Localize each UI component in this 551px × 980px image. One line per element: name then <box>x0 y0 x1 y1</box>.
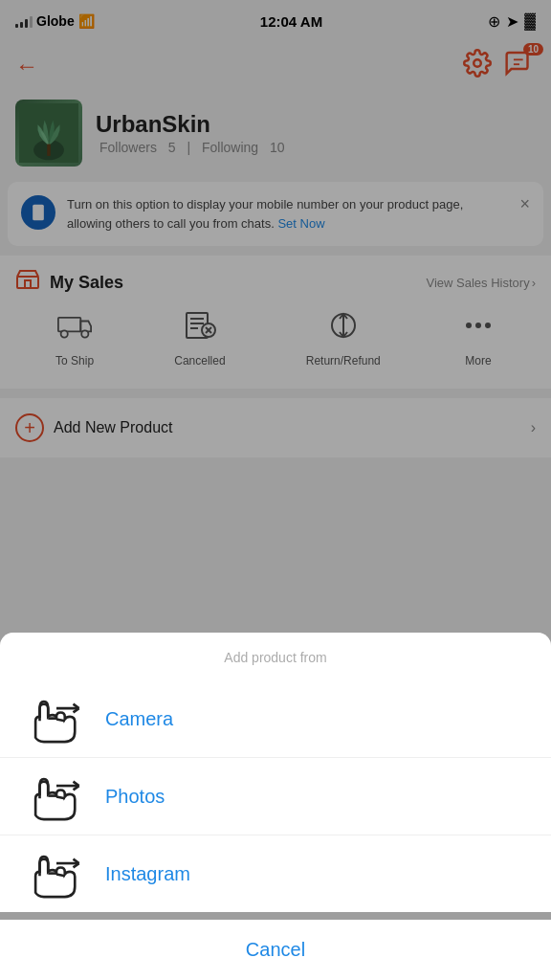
svg-line-25 <box>56 719 65 721</box>
sheet-content: Add product from Camera <box>0 633 551 912</box>
svg-line-35 <box>56 874 65 876</box>
sheet-header: Add product from <box>0 633 551 680</box>
camera-label: Camera <box>105 708 173 730</box>
svg-line-30 <box>56 796 65 798</box>
photos-label: Photos <box>105 786 165 808</box>
hand-instagram-icon <box>23 845 90 902</box>
sheet-title: Add product from <box>15 650 536 680</box>
instagram-label: Instagram <box>105 863 190 885</box>
cancel-label: Cancel <box>246 939 305 960</box>
hand-photos-icon <box>23 768 90 825</box>
camera-option[interactable]: Camera <box>0 680 551 758</box>
cancel-button[interactable]: Cancel <box>0 920 551 980</box>
instagram-option[interactable]: Instagram <box>0 835 551 912</box>
bottom-sheet: Add product from Camera <box>0 633 551 980</box>
photos-option[interactable]: Photos <box>0 758 551 835</box>
hand-camera-icon <box>23 690 90 747</box>
